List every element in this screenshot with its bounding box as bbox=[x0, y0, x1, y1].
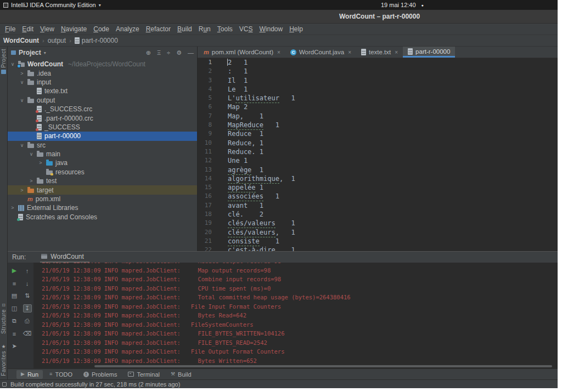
chevron-expanded-icon[interactable]: ∨ bbox=[29, 151, 34, 157]
tree-item-resources[interactable]: resources bbox=[8, 168, 197, 177]
menu-vcs[interactable]: VCS bbox=[236, 25, 256, 33]
breadcrumb-output[interactable]: output bbox=[48, 37, 66, 44]
menu-tools[interactable]: Tools bbox=[214, 25, 236, 33]
structure-stripe-label: Structure bbox=[1, 309, 7, 334]
menu-file[interactable]: File bbox=[2, 25, 19, 33]
terminal-icon bbox=[128, 372, 134, 377]
tree-item-input[interactable]: ∨input bbox=[8, 78, 197, 87]
toolwindow-toggle-icon[interactable] bbox=[2, 382, 7, 387]
editor-line-text: consiste 1 bbox=[228, 237, 279, 246]
close-icon[interactable]: × bbox=[395, 49, 398, 55]
close-icon[interactable]: × bbox=[277, 49, 280, 55]
tree-item-idea[interactable]: >.idea bbox=[8, 69, 197, 77]
scroll-to-end-icon[interactable]: ↧ bbox=[23, 304, 32, 313]
up-stacktrace-icon[interactable]: ↑ bbox=[23, 266, 32, 275]
console-settings-icon[interactable]: ≡ bbox=[10, 329, 19, 338]
chevron-expanded-icon[interactable]: ∨ bbox=[19, 79, 25, 85]
file-icon bbox=[408, 48, 413, 55]
tree-item-output[interactable]: ∨output bbox=[8, 96, 197, 105]
pause-output-icon[interactable]: ◫ bbox=[10, 304, 19, 313]
menu-code[interactable]: Code bbox=[90, 25, 113, 33]
print-icon[interactable]: ⎙ bbox=[23, 317, 32, 325]
collapse-all-icon[interactable]: Ξ bbox=[157, 50, 161, 56]
tool-tab-todo[interactable]: ≡TODO bbox=[45, 370, 77, 379]
chevron-collapsed-icon[interactable]: > bbox=[19, 71, 25, 76]
editor-tab-pom-xml-wordcount[interactable]: mpom.xml (WordCount)× bbox=[199, 47, 285, 58]
tool-tab-label: Run bbox=[27, 371, 38, 378]
tree-item-pom-xml[interactable]: mpom.xml bbox=[8, 195, 197, 203]
editor-tab-texte-txt[interactable]: texte.txt× bbox=[356, 47, 403, 58]
menu-view[interactable]: View bbox=[37, 25, 58, 33]
chevron-collapsed-icon[interactable]: > bbox=[29, 178, 34, 184]
locate-icon[interactable]: ⊕ bbox=[146, 50, 151, 56]
pin-tab-icon[interactable]: ➤ bbox=[10, 342, 19, 350]
tree-item-external-libraries[interactable]: >External Libraries bbox=[8, 203, 197, 212]
editor-tab-part-r-00000[interactable]: part-r-00000 bbox=[403, 47, 455, 58]
restore-layout-icon[interactable]: ⧉ bbox=[10, 317, 19, 325]
tree-item-wordcount[interactable]: ∨WordCount~/IdeaProjects/WordCount bbox=[8, 60, 197, 69]
tree-item-src[interactable]: ∨src bbox=[8, 141, 197, 150]
tool-tab-label: Terminal bbox=[137, 371, 160, 378]
console-horizontal-scrollbar[interactable] bbox=[94, 365, 552, 367]
tree-item-main[interactable]: ∨main bbox=[8, 150, 197, 158]
down-stacktrace-icon[interactable]: ↓ bbox=[23, 279, 32, 287]
chevron-collapsed-icon[interactable]: > bbox=[10, 205, 15, 211]
menu-help[interactable]: Help bbox=[286, 25, 306, 33]
menu-refactor[interactable]: Refactor bbox=[143, 25, 174, 33]
close-icon[interactable]: × bbox=[348, 49, 351, 55]
run-console-tab[interactable]: WordCount bbox=[40, 252, 89, 263]
line-number: 10 bbox=[198, 139, 212, 147]
chevron-expanded-icon[interactable]: ∨ bbox=[19, 143, 25, 148]
dump-threads-icon[interactable]: ▤ bbox=[10, 292, 19, 300]
menu-edit[interactable]: Edit bbox=[19, 25, 37, 33]
system-clock[interactable]: 19 mai 12:40 ● bbox=[381, 2, 424, 8]
breadcrumb-part-r-00000[interactable]: part-r-00000 bbox=[75, 37, 118, 44]
tree-item-success[interactable]: _SUCCESS bbox=[8, 123, 197, 132]
menu-analyze[interactable]: Analyze bbox=[113, 25, 143, 33]
tool-tab-terminal[interactable]: Terminal bbox=[123, 370, 164, 379]
run-console-output[interactable]: 21/05/19 12:38:09 INFO mapred.JobClient:… bbox=[34, 263, 558, 368]
editor-content[interactable]: 12 12: 13Il 14Le 15L'utilisateur 16Map 2… bbox=[198, 58, 558, 251]
soft-wrap-icon[interactable]: ⇅ bbox=[23, 292, 32, 300]
menu-navigate[interactable]: Navigate bbox=[58, 25, 90, 33]
tree-item-success-crc[interactable]: ._SUCCESS.crc bbox=[8, 105, 197, 113]
menu-window[interactable]: Window bbox=[256, 25, 286, 33]
clear-all-icon[interactable]: ⌫ bbox=[23, 329, 32, 338]
menu-build[interactable]: Build bbox=[174, 25, 195, 33]
tree-item-target[interactable]: >target bbox=[8, 185, 197, 194]
system-top-bar: IntelliJ IDEA Community Edition ▾ 19 mai… bbox=[0, 0, 558, 10]
indicator-dot-icon: ● bbox=[422, 3, 424, 7]
chevron-collapsed-icon[interactable]: > bbox=[38, 160, 43, 166]
tree-item-scratches-and-consoles[interactable]: Scratches and Consoles bbox=[8, 213, 197, 221]
tree-item-part-r-00000[interactable]: part-r-00000 bbox=[8, 132, 197, 140]
todo-list-icon: ≡ bbox=[49, 372, 52, 377]
project-tool-window: Project ▾ ⊕Ξ÷⚙— ∨WordCount~/IdeaProjects… bbox=[8, 47, 198, 251]
chevron-expanded-icon[interactable]: ∨ bbox=[19, 98, 25, 103]
chevron-collapsed-icon[interactable]: > bbox=[19, 188, 25, 193]
project-panel-title[interactable]: Project bbox=[19, 49, 41, 56]
editor-tab-wordcount-java[interactable]: CWordCount.java× bbox=[285, 47, 356, 58]
view-options-icon[interactable]: ÷ bbox=[167, 50, 170, 56]
menu-run[interactable]: Run bbox=[195, 25, 214, 33]
hide-panel-icon[interactable]: — bbox=[188, 50, 194, 56]
tool-stripe-favorites-tab[interactable]: ★ Favorites bbox=[1, 344, 7, 376]
folder-icon bbox=[27, 99, 34, 103]
tree-item-part-r-00000-crc[interactable]: .part-r-00000.crc bbox=[8, 113, 197, 122]
tool-tab-build[interactable]: ⚒Build bbox=[166, 370, 196, 379]
tree-item-texte-txt[interactable]: texte.txt bbox=[8, 87, 197, 95]
rerun-icon[interactable]: ▶ bbox=[10, 266, 19, 275]
tree-item-java[interactable]: >java bbox=[8, 158, 197, 167]
settings-gear-icon[interactable]: ⚙ bbox=[176, 50, 182, 56]
tool-tab-run[interactable]: ▶Run bbox=[16, 370, 43, 379]
system-app-menu[interactable]: IntelliJ IDEA Community Edition ▾ bbox=[3, 2, 101, 8]
maven-icon: m bbox=[204, 49, 209, 55]
tool-tab-problems[interactable]: !Problems bbox=[79, 370, 121, 379]
chevron-expanded-icon[interactable]: ∨ bbox=[10, 61, 15, 67]
breadcrumb-wordcount[interactable]: WordCount bbox=[3, 37, 39, 44]
tree-item-test[interactable]: >test bbox=[8, 177, 197, 185]
line-number: 5 bbox=[198, 94, 212, 103]
tool-stripe-project-tab[interactable]: Project bbox=[1, 49, 7, 74]
typo-word: associées bbox=[228, 192, 263, 201]
tool-stripe-structure-tab[interactable]: ⊟ Structure bbox=[1, 303, 7, 334]
folder-icon bbox=[27, 144, 34, 148]
